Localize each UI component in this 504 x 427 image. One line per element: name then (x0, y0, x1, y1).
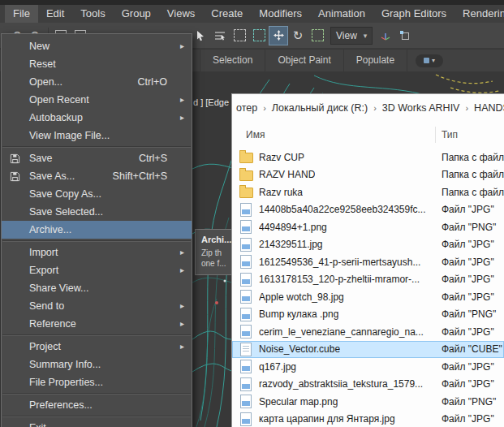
file-row[interactable]: razvody_abstraktsiia_tekstura_1579... Фа… (232, 376, 504, 394)
breadcrumb-item-hands[interactable]: HANDS (474, 102, 504, 114)
file-row[interactable]: 4494894+1.png Файл "PNG" (232, 218, 504, 236)
menu-item-reference[interactable]: Reference ▸ (2, 315, 192, 333)
file-row[interactable]: Bump кулака .png Файл "PNG" (232, 306, 504, 324)
menu-item-label: File Properties... (29, 377, 103, 388)
column-header-name[interactable]: Имя (246, 129, 265, 140)
file-row[interactable]: Apple wotch_98.jpg Файл "JPG" (232, 288, 504, 306)
reference-coordinate-dropdown[interactable]: View ▾ (330, 27, 373, 45)
file-name: Razv ruka (259, 187, 303, 198)
tab-populate[interactable]: Populate (344, 50, 407, 71)
image-file-icon (239, 203, 253, 217)
file-list: Razv CUP Папка с файлами RAZV HAND Папка… (232, 149, 504, 427)
chevron-right-icon: › (263, 103, 266, 113)
file-row[interactable]: cerim_le_veneziane_cannaregio_na... Файл… (232, 323, 504, 341)
use-pivot-point-icon[interactable] (376, 26, 395, 45)
file-type: Файл "PNG" (442, 222, 496, 233)
menubar-item-group[interactable]: Group (114, 5, 159, 23)
menu-item-label: Reset (29, 58, 56, 70)
select-by-name-icon[interactable] (210, 26, 230, 45)
rectangular-selection-region-icon[interactable] (230, 26, 249, 45)
save-as-icon (9, 170, 20, 182)
menubar-item-animation[interactable]: Animation (310, 5, 373, 23)
select-and-move-icon[interactable] (269, 26, 288, 45)
tab-selection[interactable]: Selection (200, 50, 265, 71)
menu-item-open-recent[interactable]: Open Recent ▸ (2, 91, 192, 109)
menu-separator (2, 416, 191, 417)
menu-item-send-to[interactable]: Send to ▸ (2, 297, 192, 315)
menu-item-label: Project (29, 341, 61, 352)
menubar-item-graph-editors[interactable]: Graph Editors (373, 5, 454, 23)
submenu-arrow-icon: ▸ (180, 95, 184, 104)
menu-item-file-properties[interactable]: File Properties... (2, 373, 192, 391)
list-header: Имя Тип (232, 121, 504, 149)
menu-item-view-image-file[interactable]: View Image File... (2, 127, 192, 144)
menu-item-label: Exit (29, 422, 46, 427)
submenu-arrow-icon: ▸ (180, 342, 184, 351)
menu-item-project[interactable]: Project ▸ (2, 338, 192, 356)
menubar-item-tools[interactable]: Tools (72, 5, 113, 23)
file-row[interactable]: Razv ruka Папка с файлами (232, 183, 504, 201)
menu-item-preferences[interactable]: Preferences... (2, 396, 192, 414)
file-row[interactable]: 214329511.jpg Файл "JPG" (232, 236, 504, 254)
menubar-item-rendering[interactable]: Rendering (454, 5, 504, 23)
menu-separator (2, 146, 191, 148)
file-name: карта царапин для Янтаря.jpg (259, 413, 395, 425)
menu-separator (2, 240, 191, 242)
file-row[interactable]: 1612549536_41-p-serii-mertsayush... Файл… (232, 253, 504, 271)
image-file-icon (239, 395, 253, 408)
menu-item-new[interactable]: New ▸ (2, 37, 192, 55)
menubar-item-file[interactable]: File (5, 5, 38, 23)
menu-item-label: Save Selected... (29, 206, 103, 218)
menu-item-save-selected[interactable]: Save Selected... (2, 203, 192, 221)
menubar-item-modifiers[interactable]: Modifiers (251, 5, 310, 23)
file-type: Файл "JPG" (442, 274, 494, 285)
file-row[interactable]: 14408b5a40a22ce9258eeb324359fc... Файл "… (232, 201, 504, 219)
file-name: 4494894+1.png (259, 222, 327, 233)
menu-item-reset[interactable]: Reset (2, 55, 192, 73)
menu-item-autobackup[interactable]: Autobackup ▸ (2, 109, 192, 127)
file-name: Specular map.png (259, 396, 338, 408)
menu-item-share-view[interactable]: Share View... (2, 279, 192, 297)
menu-item-exit[interactable]: Exit (2, 419, 192, 427)
file-row[interactable]: карта царапин для Янтаря.jpg Файл "JPG" (232, 411, 504, 427)
menu-item-summary-info[interactable]: Summary Info... (2, 356, 192, 373)
file-type: Файл "JPG" (442, 204, 494, 215)
menu-item-import[interactable]: Import ▸ (2, 244, 192, 261)
select-and-rotate-icon[interactable]: ↻ (288, 26, 308, 45)
image-file-icon (239, 255, 253, 269)
breadcrumb-item-local-disk-r[interactable]: Локальный диск (R:) (272, 102, 368, 114)
file-row[interactable]: q167.jpg Файл "JPG" (232, 358, 504, 376)
menu-item-save-copy-as[interactable]: Save Copy As... (2, 185, 192, 203)
menubar-item-views[interactable]: Views (159, 5, 203, 23)
menu-item-save[interactable]: Save Ctrl+S (2, 149, 192, 167)
breadcrumb-item-3d-works-arhiv[interactable]: 3D Works ARHIV (382, 102, 460, 114)
select-object-icon[interactable] (191, 26, 210, 45)
tab-object-paint[interactable]: Object Paint (265, 50, 343, 71)
file-name: 1613178153_120-p-zheltii-mramor-... (259, 274, 420, 285)
breadcrumb-item-computer[interactable]: отер (236, 102, 257, 114)
menubar-item-create[interactable]: Create (203, 5, 251, 23)
menu-item-export[interactable]: Export ▸ (2, 261, 192, 279)
file-name: 14408b5a40a22ce9258eeb324359fc... (259, 204, 426, 215)
menubar-item-edit[interactable]: Edit (38, 5, 72, 23)
ribbon-options-icon (424, 58, 429, 63)
ribbon-options-button[interactable]: ▾ (416, 54, 443, 67)
menu-item-save-as[interactable]: Save As... Shift+Ctrl+S (2, 167, 192, 185)
file-name: cerim_le_veneziane_cannaregio_na... (259, 326, 424, 338)
file-row[interactable]: RAZV HAND Папка с файлами (232, 166, 504, 184)
file-row[interactable]: Razv CUP Папка с файлами (232, 149, 504, 166)
file-row[interactable]: Specular map.png Файл "PNG" (232, 393, 504, 411)
submenu-arrow-icon: ▸ (180, 265, 184, 274)
menu-item-label: Open Recent (29, 94, 89, 106)
menu-item-open[interactable]: Open... Ctrl+O (2, 73, 192, 91)
menu-separator (2, 393, 191, 395)
select-and-scale-icon[interactable] (308, 26, 327, 45)
chevron-down-icon: ▾ (432, 57, 435, 64)
submenu-arrow-icon: ▸ (180, 41, 184, 50)
select-and-manipulate-icon[interactable] (395, 26, 415, 45)
file-row[interactable]: 1613178153_120-p-zheltii-mramor-... Файл… (232, 271, 504, 289)
column-header-type[interactable]: Тип (442, 129, 458, 140)
menu-item-archive[interactable]: Archive... (2, 221, 192, 239)
window-crossing-selection-icon[interactable] (249, 26, 269, 45)
file-row-selected[interactable]: Noise_Vector.cube Файл "CUBE" (232, 341, 504, 359)
